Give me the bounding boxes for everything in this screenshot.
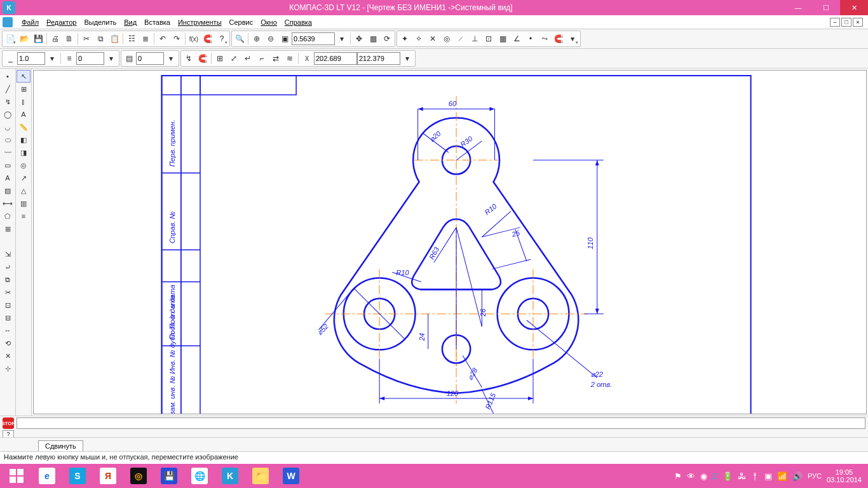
edit-i-icon[interactable]: ✕ [1,349,15,362]
view-a-icon[interactable]: ◧ [17,133,31,146]
menu-file[interactable]: Файл [18,17,43,27]
snap-center-icon[interactable]: ◎ [440,32,454,46]
cut-button[interactable]: ✂ [79,32,93,46]
tray-flag-icon[interactable]: ⚑ [674,471,682,481]
ortho-icon[interactable]: ↯ [182,51,196,65]
fx-button[interactable]: f(x) [187,32,201,46]
edit-h-icon[interactable]: ⟲ [1,337,15,349]
task-word[interactable]: W [276,464,306,488]
coord-y-input[interactable] [357,52,400,65]
view-e-icon[interactable]: △ [17,184,31,197]
save-button[interactable]: 💾 [31,32,45,46]
tray-clock[interactable]: 19:05 03.10.2014 [827,468,862,484]
command-input[interactable] [17,417,865,429]
zoom-input[interactable] [292,32,335,45]
polygon-tool-icon[interactable]: ⬠ [1,210,15,222]
snap-dd[interactable]: ▾ [566,32,580,46]
menu-view[interactable]: Вид [120,17,140,27]
mdi-max[interactable]: □ [841,18,851,27]
layers-button[interactable]: ≣ [139,32,153,46]
edit-c-icon[interactable]: ⧉ [1,273,15,286]
tray-gpu-icon[interactable]: ▣ [764,471,772,481]
layer-icon[interactable]: ▤ [122,51,136,65]
edit-a-icon[interactable]: ⇲ [1,248,15,261]
tray-sound-icon[interactable]: 🔊 [792,471,803,481]
menu-help[interactable]: Справка [281,17,316,27]
menu-service[interactable]: Сервис [226,17,257,27]
open-button[interactable]: 📂 [17,32,31,46]
tray-shield-icon[interactable]: ◉ [700,471,707,481]
redo-button[interactable]: ↷ [170,32,184,46]
menu-window[interactable]: Окно [257,17,281,27]
layer-input[interactable] [136,52,164,65]
snap-tan-icon[interactable]: ⟋ [454,32,468,46]
lw-dd[interactable]: ▾ [45,51,59,65]
regen-icon[interactable]: ▦ [366,32,380,46]
paste-button[interactable]: 📋 [107,32,121,46]
menu-tools[interactable]: Инструменты [174,17,226,27]
tool-e-icon[interactable]: ⇄ [269,51,283,65]
menu-editor[interactable]: Редактор [43,17,80,27]
print-button[interactable]: 🖨 [48,32,62,46]
refresh-icon[interactable]: ⟳ [380,32,394,46]
osnap-icon[interactable]: 🧲 [196,51,210,65]
snap-end-icon[interactable]: ✦ [398,32,412,46]
task-save[interactable]: 💾 [154,464,184,488]
style-dd[interactable]: ▾ [104,51,118,65]
zoom-out-icon[interactable]: ⊖ [264,32,278,46]
help-dd[interactable]: ? [215,32,229,46]
drawing-canvas[interactable]: Перв. примен. Справ. № Подп. и дата Взам… [33,70,867,414]
edit-g-icon[interactable]: ↔ [1,324,15,337]
task-yandex[interactable]: Я [93,464,123,488]
edit-d-icon[interactable]: ✂ [1,286,15,299]
tray-eye-icon[interactable]: 👁 [687,471,695,481]
style-input[interactable] [76,52,104,65]
mdi-close[interactable]: × [853,18,863,27]
pan-icon[interactable]: ✥ [352,32,366,46]
properties-button[interactable]: ☷ [125,32,139,46]
menu-insert[interactable]: Вставка [140,17,174,27]
task-explorer[interactable]: 📁 [245,464,276,488]
tool-a-icon[interactable]: ⊞ [213,51,227,65]
tool-f-icon[interactable]: ≋ [283,51,297,65]
layer-dd[interactable]: ▾ [164,51,178,65]
linestyle-icon[interactable]: ⎯ [3,51,17,65]
task-ie[interactable]: e [32,464,62,488]
snap-grid-icon[interactable]: ▦ [496,32,510,46]
undo-button[interactable]: ↶ [156,32,170,46]
snap-int-icon[interactable]: ✕ [426,32,440,46]
view-f-icon[interactable]: ▥ [17,197,31,210]
snap-angle-icon[interactable]: ∠ [510,32,524,46]
stop-icon[interactable]: STOP [3,417,14,429]
dim-tool-icon[interactable]: ⟷ [1,197,15,210]
cursor-tool-icon[interactable]: ↖ [17,70,31,83]
task-skype[interactable]: S [62,464,93,488]
tool-b-icon[interactable]: ⤢ [227,51,241,65]
rect-tool-icon[interactable]: ▭ [1,159,15,172]
tray-battery-icon[interactable]: 🔋 [722,471,733,481]
snap-near-icon[interactable]: ⊡ [482,32,496,46]
zoom-dd[interactable]: ▾ [335,32,349,46]
magnet-button[interactable]: 🧲 [201,32,215,46]
coord-x-input[interactable] [314,52,357,65]
start-button[interactable] [1,464,32,488]
new-doc-button[interactable]: 📄 [3,32,17,46]
line-width-input[interactable] [17,52,45,65]
coord-dd[interactable]: ▾ [400,51,414,65]
text-tool-icon[interactable]: A [1,172,15,184]
view-b-icon[interactable]: ◨ [17,146,31,159]
circle-tool-icon[interactable]: ◯ [1,108,15,121]
edit-j-icon[interactable]: ⊹ [1,362,15,375]
line-tool-icon[interactable]: ╱ [1,83,15,95]
arc-tool-icon[interactable]: ◡ [1,121,15,133]
align-tool-icon[interactable]: ⫿ [17,95,31,108]
tray-lang[interactable]: РУС [808,472,822,480]
table-tool-icon[interactable]: ⊞ [1,222,15,235]
task-aimp[interactable]: ◎ [123,464,154,488]
copy-button[interactable]: ⧉ [93,32,107,46]
grid-tool-icon[interactable]: ⊞ [17,83,31,95]
tray-wifi-icon[interactable]: 📶 [777,471,787,481]
spline-tool-icon[interactable]: 〰 [1,146,15,159]
snap-ext-icon[interactable]: ⤳ [538,32,552,46]
zoom-in-icon[interactable]: ⊕ [250,32,264,46]
